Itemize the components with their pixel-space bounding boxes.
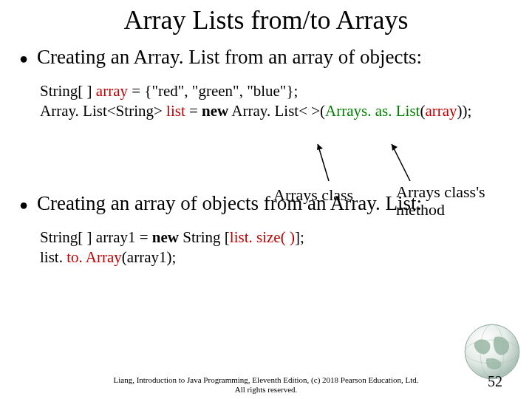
code-text: list. xyxy=(40,248,66,266)
svg-point-4 xyxy=(465,324,519,379)
code-text: String[ ] array1 = xyxy=(40,228,152,246)
code-block-1: String[ ] array = {"red", "green", "blue… xyxy=(40,81,525,121)
svg-line-0 xyxy=(318,144,329,181)
arrow-to-aslist xyxy=(388,140,417,185)
bullet-dot: ● xyxy=(19,47,28,69)
code2-line2: list. to. Array(array1); xyxy=(40,248,525,267)
code-text: = { xyxy=(128,82,151,100)
bullet-1-text: Creating an Array. List from an array of… xyxy=(37,46,422,69)
globe-icon xyxy=(463,322,522,381)
annotation-line1: Arrays class's xyxy=(396,183,485,201)
code-expr: list. size( ) xyxy=(230,228,295,246)
svg-marker-1 xyxy=(317,144,323,150)
svg-line-2 xyxy=(392,144,410,181)
code-keyword: new xyxy=(152,228,179,246)
code-text: Array. List< >( xyxy=(228,102,325,120)
slide: Array Lists from/to Arrays ● Creating an… xyxy=(0,4,532,399)
slide-title: Array Lists from/to Arrays xyxy=(0,4,532,35)
bullet-2-text: Creating an array of objects from an Arr… xyxy=(37,192,422,215)
arrow-to-arrays xyxy=(314,140,336,185)
code2-line1: String[ ] array1 = new String [list. siz… xyxy=(40,228,525,248)
footer-line1: Liang, Introduction to Java Programming,… xyxy=(113,375,418,384)
code-var: array xyxy=(96,82,128,100)
annotation-arrays-method: Arrays class's method xyxy=(396,183,485,219)
bullet-1: ● Creating an Array. List from an array … xyxy=(19,46,517,69)
footer: Liang, Introduction to Java Programming,… xyxy=(0,375,532,395)
code-string: "red", "green", "blue" xyxy=(151,82,286,100)
code-text: ]; xyxy=(295,228,304,246)
page-number: 52 xyxy=(488,373,502,390)
code-var: list xyxy=(166,102,185,120)
code-text: String[ ] xyxy=(40,82,96,100)
annotation-arrays-class: Arrays class xyxy=(273,186,353,204)
bullet-dot: ● xyxy=(19,194,28,216)
footer-line2: All rights reserved. xyxy=(235,385,298,394)
code-text: = xyxy=(185,102,202,120)
code-text: (array1); xyxy=(122,248,176,266)
code-method: to. Array xyxy=(66,248,122,266)
code-text: )); xyxy=(457,102,472,120)
code-block-2: String[ ] array1 = new String [list. siz… xyxy=(40,228,525,267)
code1-line1: String[ ] array = {"red", "green", "blue… xyxy=(40,81,525,101)
code-text: Array. List<String> xyxy=(40,102,166,120)
annotation-line2: method xyxy=(396,200,445,219)
code1-line2: Array. List<String> list = new Array. Li… xyxy=(40,101,525,121)
code-text: }; xyxy=(286,82,298,100)
code-var: array xyxy=(425,102,457,120)
code-keyword: new xyxy=(202,102,228,120)
code-method: Arrays. as. List xyxy=(325,102,420,120)
code-text: String [ xyxy=(179,228,230,246)
